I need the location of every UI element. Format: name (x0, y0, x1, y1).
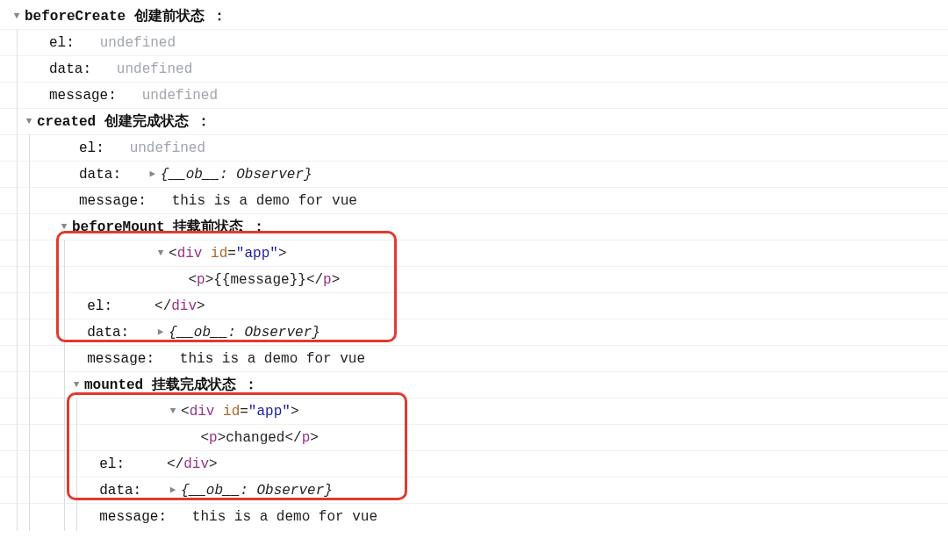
prop-label: message: (99, 509, 167, 525)
disclosure-down-icon[interactable]: ▼ (167, 406, 179, 416)
group-name: beforeMount (72, 219, 165, 235)
log-line: message: this is a demo for vue (0, 346, 948, 372)
prop-label: el: (49, 35, 75, 51)
group-name: created (37, 114, 96, 130)
log-group-header[interactable]: ▼ beforeCreate 创建前状态 ： (0, 4, 948, 30)
prop-value: undefined (117, 61, 192, 77)
log-line: el: </div> (0, 451, 948, 477)
log-line: el: </div> (0, 293, 948, 319)
html-element[interactable]: <p>changed</p> (200, 430, 318, 446)
log-line: ▼ <div id="app"> (0, 241, 948, 267)
prop-label: message: (49, 88, 117, 104)
html-element[interactable]: <div id="app"> (181, 404, 298, 420)
prop-label: data: (49, 61, 91, 77)
group-name: mounted (84, 377, 143, 393)
log-group-header[interactable]: ▼ beforeMount 挂载前状态 ： (0, 214, 948, 241)
prop-value: undefined (100, 35, 176, 51)
console-output: ▼ beforeCreate 创建前状态 ： el: undefined dat… (0, 0, 948, 560)
prop-label: el: (79, 140, 104, 156)
prop-label: data: (87, 325, 129, 341)
log-group-header[interactable]: ▼ mounted 挂载完成状态 ： (0, 372, 948, 398)
log-line: ▼ <div id="app"> (0, 398, 948, 425)
group-colon: ： (197, 112, 211, 131)
prop-label: el: (99, 456, 125, 472)
log-line: message: this is a demo for vue (0, 188, 948, 214)
prop-label: message: (79, 193, 147, 209)
disclosure-down-icon[interactable]: ▼ (23, 116, 35, 126)
html-element[interactable]: </div> (167, 456, 218, 472)
group-cn: 挂载前状态 (173, 218, 243, 236)
log-line: message: this is a demo for vue (0, 504, 948, 530)
prop-value: undefined (130, 140, 205, 156)
log-group-header[interactable]: ▼ created 创建完成状态 ： (0, 109, 948, 135)
group-colon: ： (244, 376, 258, 394)
prop-label: data: (99, 483, 141, 499)
disclosure-right-icon[interactable]: ▶ (147, 168, 159, 179)
prop-value: this is a demo for vue (192, 509, 377, 525)
html-element[interactable]: <div id="app"> (169, 246, 286, 262)
log-line: data: ▶ {__ob__: Observer} (0, 319, 948, 346)
log-line: message: undefined (0, 83, 948, 109)
prop-value: this is a demo for vue (180, 351, 365, 367)
prop-value: this is a demo for vue (172, 193, 357, 209)
group-colon: ： (212, 7, 226, 25)
html-element[interactable]: </div> (154, 298, 205, 314)
observer-object[interactable]: {__ob__: Observer} (169, 325, 320, 341)
log-line: el: undefined (0, 30, 948, 56)
prop-label: data: (79, 167, 121, 183)
log-line: <p>{{message}}</p> (0, 267, 948, 293)
disclosure-down-icon[interactable]: ▼ (11, 11, 23, 21)
log-line: data: ▶ {__ob__: Observer} (0, 477, 948, 504)
log-line: <p>changed</p> (0, 425, 948, 451)
disclosure-down-icon[interactable]: ▼ (70, 379, 83, 390)
disclosure-right-icon[interactable]: ▶ (154, 326, 167, 337)
observer-object[interactable]: {__ob__: Observer} (161, 167, 312, 183)
log-line: data: ▶ {__ob__: Observer} (0, 162, 948, 188)
group-colon: ： (252, 218, 266, 236)
observer-object[interactable]: {__ob__: Observer} (181, 483, 333, 499)
html-element[interactable]: <p>{{message}}</p> (188, 272, 340, 288)
prop-label: message: (87, 351, 154, 367)
group-cn: 创建完成状态 (104, 112, 189, 131)
log-line: el: undefined (0, 135, 948, 162)
disclosure-right-icon[interactable]: ▶ (167, 484, 179, 495)
group-cn: 挂载完成状态 (152, 376, 236, 394)
group-cn: 创建前状态 (134, 7, 205, 25)
disclosure-down-icon[interactable]: ▼ (154, 248, 167, 258)
prop-value: undefined (142, 88, 218, 104)
log-line: data: undefined (0, 56, 948, 83)
group-name: beforeCreate (25, 9, 126, 25)
prop-label: el: (87, 298, 112, 314)
disclosure-down-icon[interactable]: ▼ (58, 221, 70, 232)
